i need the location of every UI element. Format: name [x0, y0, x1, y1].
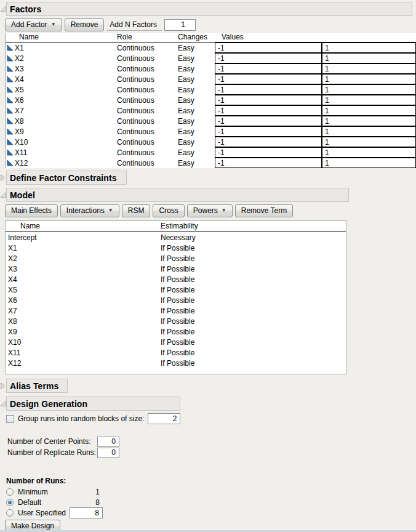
- factor-row[interactable]: X1ContinuousEasy-11: [6, 42, 416, 53]
- factor-changes[interactable]: Easy: [178, 84, 215, 95]
- factor-high-value[interactable]: 1: [322, 42, 416, 53]
- rsm-button[interactable]: RSM: [122, 204, 151, 217]
- remove-term-button[interactable]: Remove Term: [235, 204, 293, 217]
- add-n-factors-input[interactable]: [164, 19, 196, 31]
- model-term-row[interactable]: X3If Possible: [6, 264, 346, 274]
- factor-high-value[interactable]: 1: [322, 147, 416, 158]
- factor-low-value[interactable]: -1: [215, 137, 322, 147]
- factor-role[interactable]: Continuous: [117, 42, 178, 53]
- term-estimability[interactable]: Necessary: [161, 233, 196, 242]
- model-term-row[interactable]: X10If Possible: [6, 337, 346, 347]
- model-term-row[interactable]: X7If Possible: [6, 305, 346, 316]
- term-estimability[interactable]: If Possible: [161, 254, 194, 263]
- model-term-row[interactable]: X5If Possible: [6, 284, 346, 295]
- factor-role[interactable]: Continuous: [117, 116, 178, 126]
- factor-role[interactable]: Continuous: [117, 147, 178, 158]
- factor-low-value[interactable]: -1: [215, 147, 322, 158]
- factor-high-value[interactable]: 1: [322, 137, 416, 147]
- factor-low-value[interactable]: -1: [215, 53, 322, 63]
- center-points-input[interactable]: [97, 437, 119, 447]
- term-estimability[interactable]: If Possible: [161, 317, 194, 326]
- model-term-row[interactable]: X1If Possible: [6, 243, 346, 253]
- factor-high-value[interactable]: 1: [322, 95, 416, 105]
- term-estimability[interactable]: If Possible: [161, 286, 194, 294]
- factor-role[interactable]: Continuous: [117, 105, 178, 116]
- model-term-row[interactable]: X4If Possible: [6, 274, 346, 284]
- factor-high-value[interactable]: 1: [322, 63, 416, 74]
- factor-row[interactable]: X2ContinuousEasy-11: [6, 53, 416, 63]
- factor-row[interactable]: X7ContinuousEasy-11: [6, 105, 416, 116]
- factor-low-value[interactable]: -1: [215, 105, 322, 116]
- factor-row[interactable]: X6ContinuousEasy-11: [6, 95, 416, 105]
- factor-low-value[interactable]: -1: [215, 126, 322, 137]
- remove-factor-button[interactable]: Remove: [65, 18, 105, 31]
- model-term-row[interactable]: X2If Possible: [6, 253, 346, 264]
- factor-row[interactable]: X10ContinuousEasy-11: [6, 137, 416, 147]
- factor-changes[interactable]: Easy: [178, 42, 215, 53]
- constraints-disclosure-icon[interactable]: [0, 171, 6, 181]
- factor-row[interactable]: X5ContinuousEasy-11: [6, 84, 416, 95]
- factor-high-value[interactable]: 1: [322, 74, 416, 84]
- factor-low-value[interactable]: -1: [215, 42, 322, 53]
- main-effects-button[interactable]: Main Effects: [5, 204, 58, 217]
- factor-role[interactable]: Continuous: [117, 95, 178, 105]
- model-term-row[interactable]: X12If Possible: [6, 358, 346, 368]
- term-estimability[interactable]: If Possible: [161, 265, 194, 273]
- add-factor-button[interactable]: Add Factor ▼: [5, 18, 62, 31]
- factor-role[interactable]: Continuous: [117, 74, 178, 84]
- factor-low-value[interactable]: -1: [215, 74, 322, 84]
- factor-changes[interactable]: Easy: [178, 95, 215, 105]
- factor-row[interactable]: X4ContinuousEasy-11: [6, 74, 416, 84]
- radio-button[interactable]: [6, 499, 14, 506]
- term-estimability[interactable]: If Possible: [161, 244, 194, 252]
- factor-changes[interactable]: Easy: [178, 105, 215, 116]
- user-specified-runs-input[interactable]: [70, 507, 103, 518]
- radio-button[interactable]: [6, 488, 14, 496]
- factor-changes[interactable]: Easy: [178, 63, 215, 74]
- add-n-factors-button[interactable]: Add N Factors: [106, 18, 162, 31]
- cross-button[interactable]: Cross: [153, 204, 184, 217]
- factor-role[interactable]: Continuous: [117, 84, 178, 95]
- factor-low-value[interactable]: -1: [215, 63, 322, 74]
- alias-disclosure-icon[interactable]: [0, 379, 6, 389]
- factor-low-value[interactable]: -1: [215, 158, 322, 168]
- factor-row[interactable]: X9ContinuousEasy-11: [6, 126, 416, 137]
- factor-high-value[interactable]: 1: [322, 116, 416, 126]
- term-estimability[interactable]: If Possible: [161, 328, 194, 336]
- factor-high-value[interactable]: 1: [322, 84, 416, 95]
- factor-role[interactable]: Continuous: [117, 53, 178, 63]
- factor-row[interactable]: X8ContinuousEasy-11: [6, 116, 416, 126]
- factor-changes[interactable]: Easy: [178, 116, 215, 126]
- model-term-row[interactable]: X11If Possible: [6, 347, 346, 358]
- factor-high-value[interactable]: 1: [322, 126, 416, 137]
- factor-high-value[interactable]: 1: [322, 53, 416, 63]
- term-estimability[interactable]: If Possible: [161, 359, 194, 368]
- group-runs-checkbox[interactable]: [6, 415, 14, 423]
- factor-row[interactable]: X3ContinuousEasy-11: [6, 63, 416, 74]
- radio-button[interactable]: [6, 509, 14, 517]
- factors-disclosure-icon[interactable]: [0, 2, 6, 12]
- factor-row[interactable]: X11ContinuousEasy-11: [6, 147, 416, 158]
- factor-high-value[interactable]: 1: [322, 105, 416, 116]
- term-estimability[interactable]: If Possible: [161, 338, 194, 347]
- factor-role[interactable]: Continuous: [117, 137, 178, 147]
- factor-changes[interactable]: Easy: [178, 126, 215, 137]
- group-runs-size-input[interactable]: [148, 413, 180, 424]
- powers-button[interactable]: Powers▼: [187, 204, 233, 217]
- model-term-row[interactable]: X8If Possible: [6, 316, 346, 326]
- replicate-runs-input[interactable]: [97, 448, 119, 458]
- design-generation-disclosure-icon[interactable]: [0, 397, 6, 407]
- model-term-row[interactable]: InterceptNecessary: [6, 232, 346, 243]
- interactions-button[interactable]: Interactions▼: [60, 204, 119, 217]
- factor-high-value[interactable]: 1: [322, 158, 416, 168]
- model-term-row[interactable]: X9If Possible: [6, 326, 346, 337]
- term-estimability[interactable]: If Possible: [161, 296, 194, 305]
- factor-low-value[interactable]: -1: [215, 84, 322, 95]
- factor-low-value[interactable]: -1: [215, 95, 322, 105]
- factor-changes[interactable]: Easy: [178, 158, 215, 168]
- factor-changes[interactable]: Easy: [178, 53, 215, 63]
- factor-role[interactable]: Continuous: [117, 126, 178, 137]
- term-estimability[interactable]: If Possible: [161, 307, 194, 315]
- term-estimability[interactable]: If Possible: [161, 275, 194, 284]
- model-term-row[interactable]: X6If Possible: [6, 295, 346, 305]
